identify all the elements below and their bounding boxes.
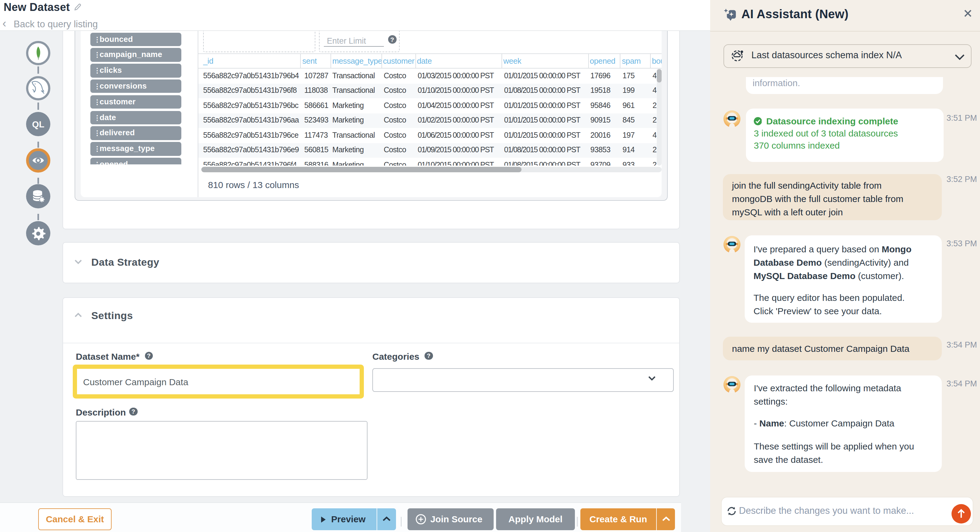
svg-text:QL: QL	[32, 119, 44, 129]
